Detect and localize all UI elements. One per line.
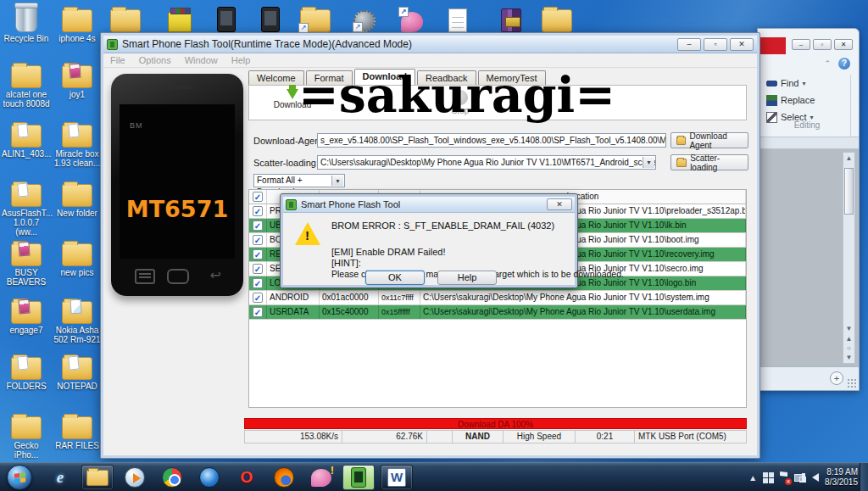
desktop-icon[interactable]	[441, 2, 475, 32]
folder-icon	[62, 9, 92, 32]
desktop-icon[interactable]: alcatel one touch 8008d	[2, 58, 51, 109]
desktop-icon[interactable]: iphone 4s	[53, 2, 102, 43]
tray-grid-icon[interactable]	[763, 472, 774, 483]
word-red-element	[758, 37, 786, 54]
checkbox-checked[interactable]: ✓	[253, 278, 263, 288]
minimize-button[interactable]: –	[677, 38, 701, 51]
word-help-icon[interactable]: ?	[838, 58, 850, 70]
checkbox-checked[interactable]: ✓	[253, 307, 263, 317]
chevron-down-icon[interactable]: ▼	[331, 176, 343, 186]
checkbox-checked[interactable]: ✓	[253, 192, 263, 202]
show-hidden-icons-button[interactable]: ▲	[748, 473, 757, 483]
checkbox-checked[interactable]: ✓	[253, 235, 263, 245]
next-page-icon[interactable]: ▼	[843, 354, 854, 361]
start-button[interactable]	[7, 465, 32, 490]
action-center-icon[interactable]	[780, 471, 788, 483]
checkbox-checked[interactable]: ✓	[253, 249, 263, 259]
download-mode-select[interactable]: Format All + Download ▼	[253, 174, 345, 187]
word-window[interactable]: – ▫ ✕ ? ⌃ Find ▾ Replace Select ▾ Editin…	[757, 28, 860, 391]
checkbox-checked[interactable]: ✓	[253, 264, 263, 274]
scatter-loading-button[interactable]: Scatter-loading	[670, 154, 748, 170]
taskbar-icon-chrome[interactable]	[156, 465, 188, 490]
desktop-icon[interactable]	[209, 2, 243, 32]
checkbox-checked[interactable]: ✓	[253, 206, 263, 216]
desktop-icon[interactable]: AsusFlashT... 1.0.0.7 (ww...	[2, 176, 51, 237]
taskbar-icon-internet-explorer[interactable]: e	[44, 465, 76, 490]
checkbox-checked[interactable]: ✓	[253, 293, 263, 303]
ok-button[interactable]: OK	[365, 271, 425, 285]
taskbar-icon-flash-tool[interactable]	[342, 465, 375, 490]
desktop-icon[interactable]: NOTEPAD	[53, 349, 102, 391]
browse-object-icon[interactable]: ○	[843, 344, 854, 352]
menu-options[interactable]: Options	[132, 55, 178, 65]
download-agent-input[interactable]: s_exe_v5.1408.00\SP_Flash_Tool_windows_e…	[317, 133, 666, 148]
download-agent-button[interactable]: Download Agent	[670, 132, 748, 148]
word-find-button[interactable]: Find ▾	[763, 75, 850, 92]
show-desktop-button[interactable]	[860, 463, 868, 491]
scroll-up-icon[interactable]: ▲	[843, 154, 854, 162]
previous-page-icon[interactable]: ▲	[843, 335, 854, 343]
desktop-icon[interactable]	[540, 2, 574, 32]
taskbar-icon-media-player[interactable]	[119, 465, 151, 490]
scrollbar-thumb[interactable]	[844, 168, 854, 215]
desktop-icon[interactable]: new pics	[53, 236, 102, 277]
desktop-icon[interactable]	[298, 2, 332, 32]
word-close-button[interactable]: ✕	[834, 39, 853, 50]
desktop-icon[interactable]: joy1	[53, 58, 102, 99]
close-button[interactable]: ✕	[730, 38, 754, 51]
menu-file[interactable]: File	[103, 55, 132, 65]
ribbon-collapse-icon[interactable]: ⌃	[824, 59, 831, 68]
dialog-title-bar[interactable]: Smart Phone Flash Tool ✕	[283, 197, 575, 213]
desktop-icon[interactable]	[253, 2, 287, 32]
desktop-icon[interactable]: RAR FILES	[53, 409, 102, 450]
chevron-down-icon[interactable]: ▼	[643, 157, 654, 168]
cell-name: ANDROID	[267, 291, 320, 304]
scatter-loading-value: C:\Users\sakuragi\Desktop\My Phone Agua …	[320, 158, 656, 167]
taskbar-icon-chat[interactable]	[305, 465, 337, 490]
table-row[interactable]: ✓USRDATA0x15c400000x15ffffffC:\Users\sak…	[249, 305, 746, 320]
taskbar-icon-security[interactable]	[193, 465, 225, 490]
scatter-loading-combo[interactable]: C:\Users\sakuragi\Desktop\My Phone Agua …	[317, 155, 656, 170]
desktop-icon[interactable]: Miracle box 1.93 clean...	[53, 117, 102, 168]
desktop-icon[interactable]: Nokia Asha 502 Rm-921	[53, 293, 102, 344]
desktop-icon[interactable]: New folder	[53, 176, 102, 218]
desktop-icon[interactable]: ALIN1_403...	[2, 117, 51, 159]
checkbox-checked[interactable]: ✓	[253, 220, 263, 231]
menu-window[interactable]: Window	[178, 55, 225, 65]
taskbar-clock[interactable]: 8:19 AM 8/3/2015	[825, 467, 858, 488]
title-bar[interactable]: Smart Phone Flash Tool(Runtime Trace Mod…	[103, 36, 757, 53]
zoom-in-icon[interactable]: +	[830, 371, 843, 385]
menu-help[interactable]: Help	[225, 55, 258, 65]
volume-icon[interactable]	[812, 473, 819, 482]
help-button[interactable]: Help	[437, 271, 497, 285]
word-restore-button[interactable]: ▫	[813, 39, 832, 50]
system-tray: ▲ 8:19 AM 8/3/2015	[748, 463, 858, 491]
desktop-icon[interactable]: Recycle Bin	[2, 2, 51, 43]
word-replace-button[interactable]: Replace	[763, 92, 850, 109]
desktop-icon[interactable]: Gecko iPho...	[2, 409, 51, 460]
resize-grip[interactable]: .	[847, 378, 857, 388]
taskbar-icon-firefox[interactable]	[268, 465, 300, 490]
maximize-button[interactable]: ▫	[704, 38, 727, 51]
dialog-close-button[interactable]: ✕	[547, 198, 572, 210]
taskbar-icon-opera[interactable]: O	[231, 465, 263, 490]
word-minimize-button[interactable]: –	[792, 39, 810, 50]
word-vertical-scrollbar[interactable]: ▲ ▼ ▲ ○ ▼	[843, 152, 855, 364]
scroll-down-icon[interactable]: ▼	[843, 325, 854, 332]
desktop-icon[interactable]: FOLDERS	[2, 349, 51, 391]
taskbar-icon-explorer[interactable]	[81, 465, 114, 490]
desktop-icon[interactable]: BUSY BEAVERS	[2, 236, 51, 287]
desktop-icon-label: FOLDERS	[2, 382, 51, 391]
desktop-icon[interactable]	[494, 2, 528, 32]
desktop-icon[interactable]	[108, 2, 142, 32]
desktop-icon[interactable]	[395, 2, 429, 32]
desktop-icon[interactable]: engage7	[2, 293, 51, 335]
phone-preview-image: BM MT6571 ↩	[111, 74, 243, 296]
table-row[interactable]: ✓ANDROID0x01ac00000x11c7ffffC:\Users\sak…	[249, 291, 746, 305]
tab-welcome[interactable]: Welcome	[248, 70, 304, 85]
download-agent-button-label: Download Agent	[689, 131, 743, 150]
desktop-icon[interactable]	[163, 2, 197, 32]
taskbar-icon-word[interactable]: W	[381, 465, 413, 490]
desktop-icon[interactable]	[348, 2, 381, 32]
device-icon	[261, 7, 280, 32]
